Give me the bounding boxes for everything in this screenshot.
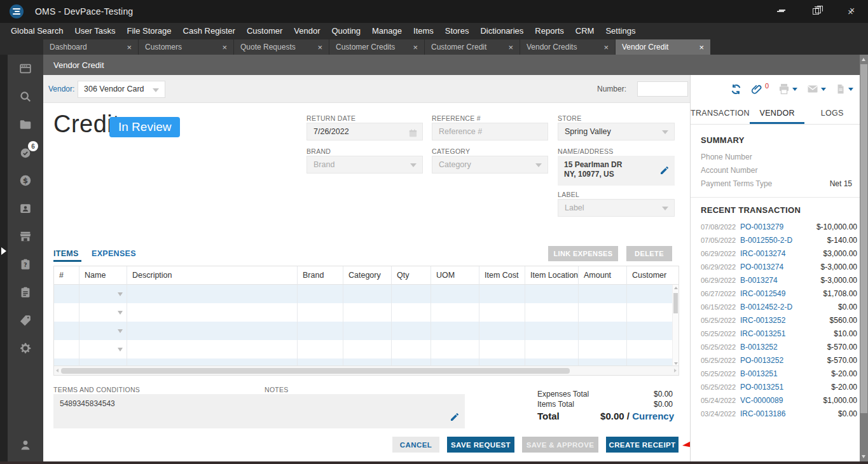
document-tab[interactable]: Customers × bbox=[139, 39, 233, 55]
menu-item[interactable]: Dictionaries bbox=[474, 23, 529, 39]
menu-item[interactable]: Vendor bbox=[288, 23, 326, 39]
number-input[interactable] bbox=[637, 81, 688, 97]
table-row[interactable] bbox=[54, 322, 679, 340]
create-receipt-button[interactable]: CREATE RECEIPT bbox=[606, 437, 679, 453]
panel-tab-logs[interactable]: LOGS bbox=[804, 103, 860, 124]
tab-items[interactable]: ITEMS bbox=[53, 249, 79, 258]
cancel-button[interactable]: CANCEL bbox=[392, 437, 439, 453]
scroll-left-icon[interactable] bbox=[56, 369, 59, 372]
table-horizontal-scrollbar[interactable] bbox=[54, 365, 679, 375]
transaction-link[interactable]: B-0012452-2-D bbox=[740, 303, 792, 311]
inner-close-button[interactable]: × bbox=[841, 0, 863, 20]
transaction-link[interactable]: IRC-0013251 bbox=[740, 329, 785, 338]
sidebar-item-tags[interactable] bbox=[8, 306, 43, 334]
menu-item[interactable]: Customer bbox=[241, 23, 288, 39]
tab-close-icon[interactable]: × bbox=[600, 43, 609, 52]
save-request-button[interactable]: SAVE REQUEST bbox=[447, 437, 514, 453]
tab-close-icon[interactable]: × bbox=[313, 43, 322, 52]
inner-minimize-button[interactable] bbox=[771, 0, 793, 20]
table-row[interactable] bbox=[54, 285, 679, 303]
chevron-down-icon[interactable] bbox=[792, 88, 797, 91]
sidebar-item-search[interactable] bbox=[8, 83, 43, 111]
chevron-down-icon[interactable] bbox=[848, 88, 853, 91]
document-tab[interactable]: Dashboard × bbox=[43, 39, 138, 55]
tab-close-icon[interactable]: × bbox=[123, 43, 132, 52]
menu-item[interactable]: Manage bbox=[366, 23, 408, 39]
transaction-link[interactable]: IRC-0013274 bbox=[740, 249, 785, 258]
print-button[interactable] bbox=[778, 83, 797, 95]
transaction-link[interactable]: IRC-0013252 bbox=[740, 316, 785, 325]
brand-select[interactable]: Brand bbox=[307, 156, 423, 174]
transaction-link[interactable]: IRC-0013186 bbox=[740, 409, 785, 418]
transaction-link[interactable]: IRC-0012549 bbox=[740, 289, 785, 298]
document-tab[interactable]: Customer Credit × bbox=[425, 39, 520, 55]
chevron-down-icon[interactable] bbox=[118, 329, 123, 333]
store-select[interactable]: Spring Valley bbox=[558, 123, 675, 140]
transaction-link[interactable]: B-0013251 bbox=[740, 369, 778, 378]
transaction-link[interactable]: PO-0013251 bbox=[740, 383, 783, 392]
scroll-down-icon[interactable] bbox=[862, 455, 865, 458]
sidebar-item-dashboard[interactable] bbox=[8, 55, 43, 83]
scroll-down-icon[interactable] bbox=[674, 362, 678, 365]
scrollbar-thumb[interactable] bbox=[61, 368, 570, 374]
menu-item[interactable]: File Storage bbox=[121, 23, 177, 39]
notes-textarea[interactable] bbox=[265, 394, 465, 428]
export-document-button[interactable] bbox=[835, 83, 853, 95]
link-expenses-button[interactable]: LINK EXPENSES bbox=[548, 246, 618, 261]
label-select[interactable]: Label bbox=[558, 199, 675, 217]
menu-item[interactable]: CRM bbox=[570, 23, 600, 39]
menu-item[interactable]: Cash Register bbox=[177, 23, 241, 39]
sidebar-item-user[interactable] bbox=[8, 432, 43, 458]
scroll-right-icon[interactable] bbox=[674, 369, 677, 372]
return-date-input[interactable]: 7/26/2022 bbox=[307, 123, 423, 140]
menu-item[interactable]: Reports bbox=[529, 23, 570, 39]
transaction-link[interactable]: PO-0013252 bbox=[740, 356, 783, 365]
inner-restore-button[interactable] bbox=[807, 0, 829, 20]
refresh-button[interactable] bbox=[730, 83, 742, 95]
expand-sidebar-arrow[interactable] bbox=[1, 247, 6, 255]
tab-close-icon[interactable]: × bbox=[504, 43, 513, 52]
menu-item[interactable]: Global Search bbox=[5, 23, 69, 39]
reference-input[interactable]: Reference # bbox=[432, 123, 548, 140]
sidebar-item-settings[interactable] bbox=[8, 334, 43, 362]
chevron-down-icon[interactable] bbox=[821, 88, 826, 91]
transaction-link[interactable]: PO-0013274 bbox=[740, 263, 783, 271]
tab-close-icon[interactable]: × bbox=[218, 43, 227, 52]
sidebar-item-contacts[interactable] bbox=[8, 194, 43, 222]
edit-address-button[interactable] bbox=[659, 165, 670, 178]
sidebar-item-files[interactable] bbox=[8, 111, 43, 139]
category-select[interactable]: Category bbox=[432, 156, 548, 174]
attachments-button[interactable]: 0 bbox=[751, 83, 769, 95]
edit-notes-button[interactable] bbox=[450, 412, 460, 425]
tab-close-icon[interactable]: × bbox=[695, 43, 704, 52]
currency-link[interactable]: Currency bbox=[632, 411, 674, 421]
tab-close-icon[interactable]: × bbox=[409, 43, 418, 52]
sidebar-item-quotes[interactable]: ? bbox=[8, 250, 43, 278]
delete-button[interactable]: DELETE bbox=[626, 246, 672, 261]
terms-textarea[interactable]: 5489345834543 bbox=[53, 394, 286, 428]
document-tab[interactable]: Vendor Credits × bbox=[520, 39, 615, 55]
menu-item[interactable]: Settings bbox=[600, 23, 641, 39]
sidebar-item-tasks[interactable]: 6 bbox=[8, 139, 43, 167]
window-vertical-scrollbar[interactable] bbox=[860, 55, 868, 461]
menu-item[interactable]: Stores bbox=[439, 23, 475, 39]
table-row[interactable] bbox=[54, 340, 679, 358]
document-tab[interactable]: Quote Requests × bbox=[234, 39, 329, 55]
scroll-up-icon[interactable] bbox=[862, 58, 865, 61]
sidebar-item-finance[interactable]: $ bbox=[8, 167, 43, 194]
tab-expenses[interactable]: EXPENSES bbox=[92, 249, 136, 258]
menu-item[interactable]: Quoting bbox=[326, 23, 366, 39]
panel-tab-transaction[interactable]: TRANSACTION bbox=[691, 103, 750, 124]
sidebar-item-orders[interactable] bbox=[8, 278, 43, 306]
menu-item[interactable]: User Tasks bbox=[69, 23, 121, 39]
scroll-up-icon[interactable] bbox=[674, 287, 678, 289]
chevron-down-icon[interactable] bbox=[118, 311, 123, 315]
save-approve-button[interactable]: SAVE & APPROVE bbox=[522, 437, 598, 453]
vendor-select[interactable]: 306 Vendor Card bbox=[78, 81, 165, 98]
chevron-down-icon[interactable] bbox=[118, 348, 123, 351]
table-row[interactable] bbox=[54, 303, 679, 322]
scrollbar-thumb[interactable] bbox=[860, 64, 867, 413]
panel-tab-vendor[interactable]: VENDOR bbox=[750, 103, 805, 124]
document-tab[interactable]: Vendor Credit × bbox=[616, 39, 710, 55]
transaction-link[interactable]: B-0013274 bbox=[740, 276, 778, 285]
